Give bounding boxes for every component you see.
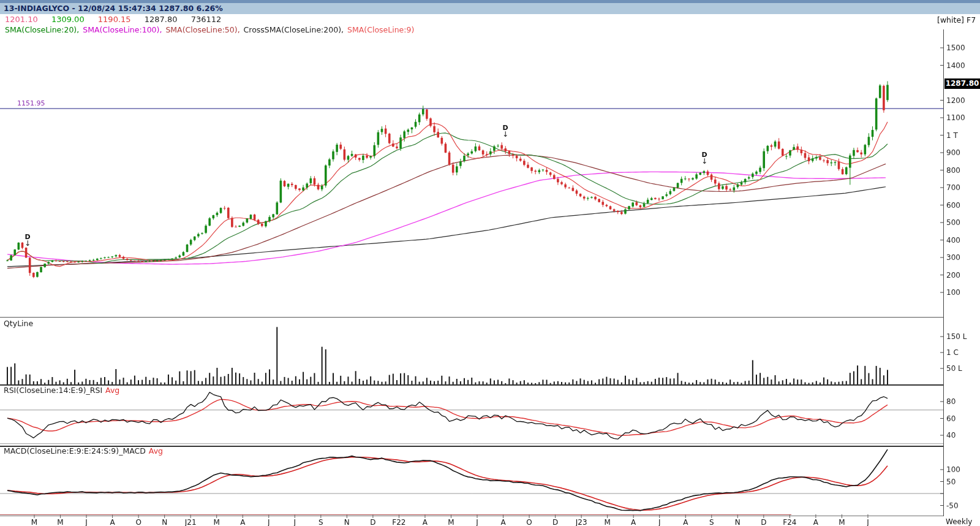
quote-volume: 736112: [191, 15, 222, 24]
month-label: O: [128, 518, 149, 526]
month-label: D: [363, 518, 383, 526]
month-label: D: [753, 518, 774, 526]
axis-tick-label: 50: [946, 478, 956, 486]
separator-volume-rsi: [0, 384, 944, 386]
indicator-legend-item: CrossSMA(CloseLine:200),: [244, 25, 344, 34]
window-title: 13-INDIAGLYCO - 12/08/24 15:47:34 1287.8…: [4, 4, 223, 13]
ohlcv-quote-line: 1201.10 1309.00 1190.15 1287.80 736112: [5, 15, 232, 25]
month-label: J: [467, 518, 488, 526]
axis-tick-label: 40: [946, 431, 956, 440]
axis-tick-label: 1 C: [946, 348, 959, 357]
month-label: S: [701, 518, 722, 526]
month-label: J: [76, 518, 97, 526]
quote-open: 1201.10: [5, 15, 38, 24]
rsi-panel-label: RSI(CloseLine:14:E:9)_RSIAvg: [4, 386, 119, 395]
axis-tick-label: 500: [946, 218, 960, 227]
indicator-legend-item: SMA(CloseLine:100),: [83, 25, 162, 34]
theme-function-key-label: [white] F7: [937, 15, 976, 25]
bottom-axis-line-gray: [0, 516, 944, 516]
month-label: M: [597, 518, 618, 526]
macd-label-text: MACD(CloseLine:E:9:E:24:S:9)_MACD: [4, 446, 146, 455]
axis-tick-label: 900: [946, 148, 960, 157]
last-price-badge: 1287.80: [944, 78, 980, 89]
indicator-legend-line: SMA(CloseLine:20),SMA(CloseLine:100),SMA…: [5, 25, 418, 35]
month-label: N: [336, 518, 357, 526]
quote-close: 1287.80: [145, 15, 178, 24]
window-titlebar: 13-INDIAGLYCO - 12/08/24 15:47:34 1287.8…: [0, 3, 980, 14]
rsi-avg-label: Avg: [105, 386, 119, 395]
axis-tick-label: 1 T: [946, 131, 958, 140]
axis-tick-label: 100: [946, 465, 960, 474]
month-label: M: [440, 518, 461, 526]
alert-line-value-label: 1151.95: [17, 99, 45, 107]
axis-tick-label: 300: [946, 253, 960, 262]
month-label: M: [24, 518, 45, 526]
month-label: A: [623, 518, 644, 526]
axis-tick-label: 1500: [946, 44, 965, 52]
month-label: A: [232, 518, 253, 526]
month-label: A: [102, 518, 123, 526]
quote-high: 1309.00: [51, 15, 85, 24]
month-label: F22: [388, 518, 409, 526]
month-label: A: [415, 518, 435, 526]
month-label: O: [519, 518, 540, 526]
month-label: S: [311, 518, 331, 526]
month-label: D: [545, 518, 566, 526]
axis-tick-label: -50: [946, 501, 959, 510]
macd-avg-label: Avg: [149, 446, 163, 455]
month-label: N: [727, 518, 748, 526]
axis-tick-label: 200: [946, 271, 960, 280]
month-label: A: [493, 518, 514, 526]
axis-tick-label: 600: [946, 201, 960, 210]
month-label: F24: [779, 518, 800, 526]
dividend-marker: D↓: [499, 125, 511, 137]
dividend-marker: D↓: [698, 152, 710, 164]
month-label: M: [50, 518, 71, 526]
month-label: M: [206, 518, 227, 526]
axis-tick-label: 150 L: [946, 332, 967, 341]
month-label: J21: [180, 518, 201, 526]
indicator-legend-item: SMA(CloseLine:20),: [5, 25, 79, 34]
axis-tick-label: 50 L: [946, 364, 962, 373]
trading-app-window: 13-INDIAGLYCO - 12/08/24 15:47:34 1287.8…: [0, 0, 980, 526]
indicator-legend-item: SMA(CloseLine:50),: [165, 25, 239, 34]
month-label: N: [154, 518, 175, 526]
axis-tick-label: 100: [946, 288, 960, 297]
month-label: J: [649, 518, 670, 526]
timeframe-label: Weekly: [946, 517, 972, 526]
dividend-marker: D↓: [21, 234, 34, 246]
month-label: A: [805, 518, 826, 526]
rsi-label-text: RSI(CloseLine:14:E:9)_RSI: [4, 386, 102, 395]
month-label: A: [675, 518, 696, 526]
axis-tick-label: 1100: [946, 113, 965, 122]
month-label: J: [284, 518, 305, 526]
axis-tick-label: 60: [946, 414, 956, 423]
month-label: J23: [571, 518, 592, 526]
indicator-legend-item: SMA(CloseLine:9): [347, 25, 414, 34]
macd-panel-label: MACD(CloseLine:E:9:E:24:S:9)_MACDAvg: [4, 446, 163, 455]
month-label: J: [858, 518, 878, 526]
month-label: M: [831, 518, 852, 526]
axis-tick-label: 700: [946, 183, 960, 192]
axis-tick-label: 1400: [946, 61, 965, 70]
volume-panel-label: QtyLine: [4, 319, 33, 328]
axis-tick-label: 800: [946, 166, 960, 175]
axis-tick-label: 80: [946, 397, 956, 406]
price-axis-spine: [943, 29, 944, 516]
separator-main-volume: [0, 317, 944, 318]
axis-tick-label: 1200: [946, 96, 965, 105]
quote-low: 1190.15: [98, 15, 131, 24]
bottom-axis-line-red: [0, 514, 791, 515]
month-label: J: [258, 518, 279, 526]
axis-tick-label: 400: [946, 236, 960, 245]
